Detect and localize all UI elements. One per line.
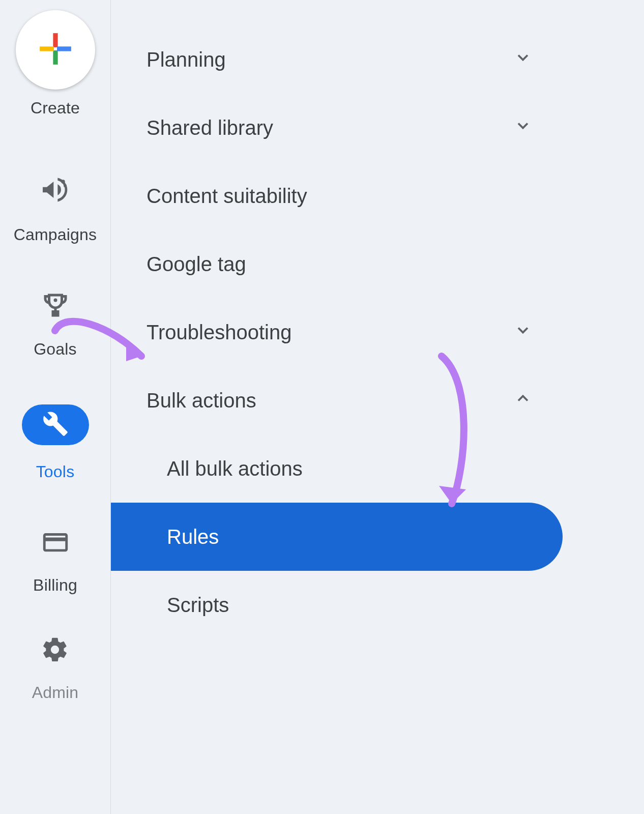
tools-icon bbox=[42, 411, 69, 439]
chevron-down-icon bbox=[514, 48, 532, 71]
menu-item-planning[interactable]: Planning bbox=[111, 25, 644, 94]
svg-point-6 bbox=[53, 299, 57, 302]
submenu-item-label: All bulk actions bbox=[167, 457, 303, 480]
create-button[interactable] bbox=[16, 10, 95, 90]
svg-rect-7 bbox=[44, 535, 67, 550]
menu-item-label: Content suitability bbox=[147, 185, 307, 208]
chevron-down-icon bbox=[514, 117, 532, 139]
submenu-item-label: Rules bbox=[167, 526, 219, 548]
submenu-item-label: Scripts bbox=[167, 594, 229, 617]
create-label: Create bbox=[31, 99, 80, 118]
chevron-down-icon bbox=[514, 321, 532, 344]
menu-item-label: Google tag bbox=[147, 253, 246, 276]
rail-item-billing[interactable]: Billing bbox=[33, 527, 77, 595]
rail-item-label: Goals bbox=[34, 340, 77, 359]
menu-item-google-tag[interactable]: Google tag bbox=[111, 230, 644, 298]
gear-icon bbox=[41, 635, 69, 666]
submenu-item-scripts[interactable]: Scripts bbox=[111, 571, 644, 639]
menu-item-label: Troubleshooting bbox=[147, 321, 291, 344]
menu-item-label: Shared library bbox=[147, 117, 273, 139]
tools-menu-panel: Planning Shared library Content suitabil… bbox=[111, 0, 644, 814]
menu-item-bulk-actions[interactable]: Bulk actions bbox=[111, 366, 644, 434]
rail-item-label: Admin bbox=[32, 683, 79, 702]
rail-active-pill bbox=[22, 404, 89, 445]
rail-item-label: Tools bbox=[36, 462, 75, 481]
rail-item-tools[interactable]: Tools bbox=[22, 404, 89, 481]
svg-rect-2 bbox=[40, 46, 54, 51]
rail-item-goals[interactable]: Goals bbox=[34, 290, 77, 359]
rail-item-admin[interactable]: Admin bbox=[32, 635, 79, 702]
menu-item-troubleshooting[interactable]: Troubleshooting bbox=[111, 298, 644, 366]
submenu-item-rules[interactable]: Rules bbox=[111, 503, 563, 571]
menu-item-content-suitability[interactable]: Content suitability bbox=[111, 162, 644, 230]
svg-rect-0 bbox=[53, 33, 57, 47]
left-nav-rail: Create Campaigns Goals bbox=[0, 0, 111, 814]
plus-icon bbox=[37, 30, 74, 70]
svg-rect-3 bbox=[57, 46, 71, 51]
megaphone-icon bbox=[39, 173, 71, 208]
rail-item-label: Campaigns bbox=[14, 225, 97, 244]
menu-item-label: Planning bbox=[147, 48, 226, 71]
chevron-up-icon bbox=[514, 389, 532, 412]
card-icon bbox=[41, 527, 70, 559]
menu-item-shared-library[interactable]: Shared library bbox=[111, 94, 644, 162]
svg-rect-1 bbox=[53, 50, 57, 65]
menu-item-label: Bulk actions bbox=[147, 389, 256, 412]
svg-point-5 bbox=[64, 184, 67, 187]
rail-item-campaigns[interactable]: Campaigns bbox=[14, 173, 97, 244]
rail-item-label: Billing bbox=[33, 576, 77, 595]
submenu-item-all-bulk-actions[interactable]: All bulk actions bbox=[111, 434, 644, 503]
svg-point-4 bbox=[62, 180, 65, 183]
trophy-icon bbox=[40, 290, 71, 323]
